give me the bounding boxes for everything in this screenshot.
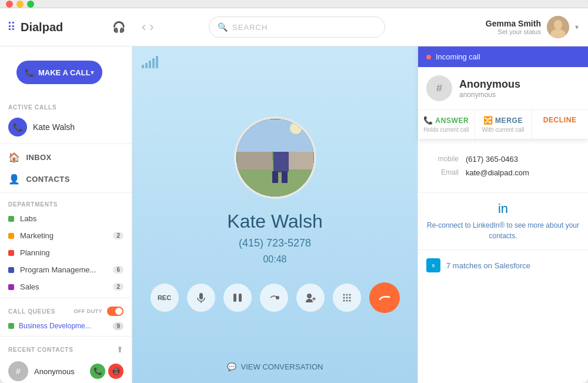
forward-icon[interactable]: › [149,19,153,35]
keypad-button[interactable] [333,284,361,312]
close-button[interactable] [6,1,13,8]
queue-item-biz-dev[interactable]: Business Developme... 9 [0,318,132,334]
dept-item-sales[interactable]: Sales 2 [0,278,132,295]
svg-point-21 [343,294,345,296]
salesforce-text: 7 matches on Salesforce [446,261,530,270]
dept-item-marketing[interactable]: Marketing 2 [0,227,132,244]
svg-point-23 [349,294,350,296]
dept-name-labs: Labs [20,214,123,223]
signal-bar-5 [156,56,158,68]
back-icon[interactable]: ‹ [142,19,146,35]
svg-rect-9 [272,171,278,183]
svg-point-29 [349,300,350,302]
avatar[interactable] [547,16,569,38]
search-placeholder: SEARCH [232,23,268,32]
email-label: Email [426,168,459,177]
dept-name-planning: Planning [20,248,123,257]
mute-button[interactable] [187,284,215,312]
view-conversation-button[interactable]: 💬 VIEW CONVERSATION [227,362,323,371]
end-call-button[interactable] [369,282,400,313]
linkedin-section: in Re-connect to LinkedIn® to see more a… [418,192,588,249]
main-call-area: Kate Walsh (415) 723-5278 00:48 REC [132,46,417,383]
dept-item-labs[interactable]: Labs [0,210,132,227]
search-bar[interactable]: 🔍 SEARCH [209,16,385,38]
recent-contacts-header: RECENT CONTACTS ⬆ [0,339,132,357]
user-name: Gemma Smith [486,19,541,28]
user-status: Set your status [486,28,541,35]
record-button[interactable]: REC [151,284,179,312]
dept-item-program-management[interactable]: Program Manageme... 6 [0,261,132,278]
titlebar [0,0,588,8]
caller-avatar-image [236,119,314,197]
active-call-item[interactable]: 📞 Kate Walsh [0,113,132,141]
dept-item-planning[interactable]: Planning [0,244,132,261]
salesforce-section[interactable]: S 7 matches on Salesforce [418,249,588,281]
contacts-label: CONTACTS [26,175,69,184]
answer-phone-icon: 📞 [423,116,433,125]
svg-point-22 [346,294,348,296]
anonymous-name: Anonymous [459,78,520,91]
svg-point-25 [346,297,348,299]
user-chevron-icon[interactable]: ▾ [575,23,579,31]
contact-info-anonymous: Anonymous [34,367,84,376]
email-value: kate@dialpad.com [466,168,529,177]
dept-badge-marketing: 2 [113,232,123,239]
dropdown-arrow-icon: ▾ [91,69,94,76]
incoming-call-label: Incoming call [436,52,480,61]
make-call-label: MAKE A CALL [38,68,91,77]
divider-3 [0,298,132,298]
off-duty-label: OFF DUTY [74,308,102,314]
signal-bars [142,56,158,68]
call-queues-header: CALL QUEUES OFF DUTY [0,301,132,318]
svg-rect-8 [273,149,289,172]
chat-icon: 💬 [227,362,236,371]
phone-active-icon: 📞 [13,122,23,132]
linkedin-text: Re-connect to LinkedIn® to see more abou… [426,220,580,241]
make-call-btn[interactable]: 📞 MAKE A CALL ▾ [16,61,102,84]
maximize-button[interactable] [27,1,34,8]
right-panel: Incoming call # Anonymous anonymous [417,46,588,383]
decline-call-button[interactable]: 📵 [108,364,123,379]
transfer-button[interactable] [260,284,288,312]
off-duty-toggle[interactable] [107,307,123,316]
user-area: Gemma Smith Set your status ▾ [486,16,579,38]
decline-button[interactable]: DECLINE [532,110,588,139]
incoming-call-header: Incoming call [418,46,588,67]
add-person-button[interactable] [296,284,325,312]
salesforce-icon: S [426,258,440,272]
headset-icon[interactable]: 🎧 [112,21,125,34]
email-detail: Email kate@dialpad.com [426,168,580,177]
phone-icon: 📞 [25,68,34,77]
sidebar: 📞 MAKE A CALL ▾ ACTIVE CALLS 📞 Kate Wals… [0,46,132,383]
active-call-avatar: 📞 [8,118,27,136]
answer-call-button[interactable]: 📞 [90,364,105,379]
hold-button[interactable] [223,284,252,312]
queue-name: Business Developme... [19,322,108,330]
topbar-right: ‹ › 🔍 SEARCH Gemma Smith Set your status [132,8,588,46]
sidebar-item-contacts[interactable]: 👤 CONTACTS [0,168,132,190]
dialpad-logo-icon: ⠿ [7,20,16,34]
contacts-icon: 👤 [8,174,20,185]
incoming-caller: # Anonymous anonymous [418,67,588,109]
answer-button[interactable]: 📞 ANSWER Holds current call [418,110,475,139]
inbox-icon: 🏠 [8,152,20,163]
inbox-label: INBOX [26,153,51,162]
signal-bar-2 [145,63,148,68]
minimize-button[interactable] [16,1,24,8]
signal-bar-3 [149,61,151,68]
svg-point-28 [346,300,348,302]
topbar-left: ⠿ Dialpad 🎧 [0,8,132,46]
dept-badge-program: 6 [113,266,123,274]
dept-dot-labs [8,216,14,222]
decline-label: DECLINE [543,116,577,124]
export-icon[interactable]: ⬆ [116,345,123,354]
call-queues-label: CALL QUEUES [8,308,69,315]
make-call-button[interactable]: 📞 MAKE A CALL ▾ [8,54,123,91]
queue-dot [8,323,14,329]
active-call-name: Kate Walsh [33,122,75,132]
signal-bar-4 [152,58,155,68]
divider-4 [0,336,132,337]
sidebar-item-inbox[interactable]: 🏠 INBOX [0,146,132,168]
contact-item-anonymous[interactable]: # Anonymous 📞 📵 [0,357,132,383]
merge-button[interactable]: 🔀 MERGE With current call [475,110,532,139]
